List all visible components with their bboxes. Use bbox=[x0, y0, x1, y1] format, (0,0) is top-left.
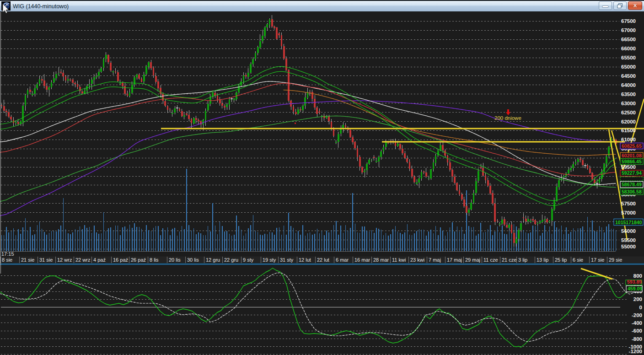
svg-text:9 sty: 9 sty bbox=[243, 257, 254, 263]
svg-text:61500: 61500 bbox=[621, 128, 636, 133]
svg-text:3 lip: 3 lip bbox=[518, 257, 527, 263]
svg-text:11 kwi: 11 kwi bbox=[392, 257, 406, 263]
svg-text:28 mar: 28 mar bbox=[373, 257, 389, 263]
svg-text:60201.08: 60201.08 bbox=[622, 153, 642, 158]
svg-text:-200: -200 bbox=[632, 312, 642, 318]
svg-text:55000: 55000 bbox=[621, 244, 636, 249]
svg-text:58678.49: 58678.49 bbox=[622, 182, 642, 187]
svg-text:593.89: 593.89 bbox=[627, 279, 642, 285]
svg-text:29 maj: 29 maj bbox=[465, 257, 480, 263]
svg-text:17 maj: 17 maj bbox=[447, 257, 462, 263]
svg-text:65000: 65000 bbox=[621, 64, 636, 70]
svg-text:8 lis: 8 lis bbox=[150, 257, 159, 263]
svg-text:63500: 63500 bbox=[621, 91, 636, 97]
svg-text:12 lut: 12 lut bbox=[299, 257, 311, 263]
svg-text:459.09: 459.09 bbox=[628, 286, 642, 291]
svg-text:17:15: 17:15 bbox=[1, 251, 14, 257]
svg-text:16 mar: 16 mar bbox=[354, 257, 370, 263]
svg-text:0: 0 bbox=[639, 305, 642, 310]
svg-text:-400: -400 bbox=[632, 320, 642, 326]
svg-text:61000: 61000 bbox=[621, 137, 636, 142]
svg-text:1015171840: 1015171840 bbox=[615, 220, 642, 225]
svg-text:800: 800 bbox=[633, 273, 642, 279]
svg-text:57500: 57500 bbox=[621, 201, 636, 206]
svg-text:12 gru: 12 gru bbox=[206, 257, 220, 263]
svg-text:13 lip: 13 lip bbox=[537, 257, 548, 263]
svg-text:23 kwi: 23 kwi bbox=[410, 257, 424, 263]
svg-text:59227.94: 59227.94 bbox=[622, 170, 642, 176]
svg-text:22 wrz: 22 wrz bbox=[75, 257, 90, 263]
svg-text:-800: -800 bbox=[632, 336, 642, 342]
svg-text:31 sty: 31 sty bbox=[280, 257, 294, 263]
svg-text:65500: 65500 bbox=[621, 55, 636, 60]
svg-text:64500: 64500 bbox=[621, 73, 636, 79]
svg-text:58306.58: 58306.58 bbox=[622, 189, 642, 194]
svg-text:66500: 66500 bbox=[621, 37, 636, 42]
svg-text:19 sty: 19 sty bbox=[263, 257, 276, 263]
svg-text:25 lip: 25 lip bbox=[555, 257, 567, 263]
svg-text:4 paź: 4 paź bbox=[93, 257, 106, 263]
svg-text:67000: 67000 bbox=[621, 27, 636, 33]
svg-text:22 gru: 22 gru bbox=[224, 257, 238, 263]
svg-text:56000: 56000 bbox=[621, 228, 636, 234]
svg-text:60825.65: 60825.65 bbox=[622, 143, 642, 149]
svg-text:22 lut: 22 lut bbox=[317, 257, 329, 263]
svg-text:21 sie: 21 sie bbox=[21, 257, 34, 263]
svg-text:17 sie: 17 sie bbox=[591, 257, 604, 263]
svg-text:20 lis: 20 lis bbox=[169, 257, 181, 263]
svg-text:63000: 63000 bbox=[621, 101, 636, 106]
svg-text:-600: -600 bbox=[632, 328, 642, 333]
svg-text:66000: 66000 bbox=[621, 46, 636, 51]
svg-text:11 cze: 11 cze bbox=[483, 257, 498, 263]
svg-text:12 wrz: 12 wrz bbox=[57, 257, 72, 263]
svg-text:200 dniowe: 200 dniowe bbox=[494, 115, 521, 121]
svg-text:8 sie: 8 sie bbox=[2, 257, 12, 263]
svg-text:6 sie: 6 sie bbox=[573, 257, 583, 263]
svg-text:26 paź: 26 paź bbox=[131, 257, 146, 263]
svg-text:29 sie: 29 sie bbox=[609, 257, 622, 263]
svg-text:7 maj: 7 maj bbox=[429, 257, 441, 263]
svg-text:57000: 57000 bbox=[621, 210, 636, 215]
svg-text:16 paź: 16 paź bbox=[113, 257, 128, 263]
svg-text:62000: 62000 bbox=[621, 119, 636, 124]
svg-text:59500: 59500 bbox=[621, 164, 636, 170]
svg-text:200: 200 bbox=[633, 296, 642, 302]
svg-text:21 cze: 21 cze bbox=[502, 257, 516, 263]
svg-text:67500: 67500 bbox=[621, 18, 636, 24]
svg-text:30 lis: 30 lis bbox=[187, 257, 199, 263]
svg-text:59866.45: 59866.45 bbox=[622, 159, 642, 164]
svg-text:64000: 64000 bbox=[621, 82, 636, 88]
svg-text:31 sie: 31 sie bbox=[39, 257, 53, 263]
svg-text:-1200: -1200 bbox=[629, 349, 642, 354]
svg-text:55500: 55500 bbox=[621, 237, 636, 243]
svg-text:6 mar: 6 mar bbox=[336, 257, 349, 263]
svg-text:WIG (1440-minutowo): WIG (1440-minutowo) bbox=[13, 3, 69, 10]
svg-text:62500: 62500 bbox=[621, 110, 636, 115]
